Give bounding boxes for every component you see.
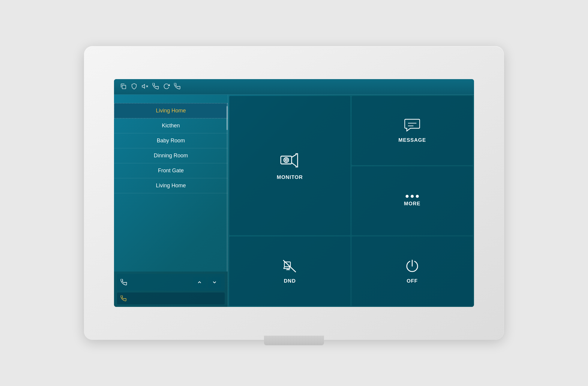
svg-marker-1 bbox=[142, 85, 145, 88]
refresh-icon bbox=[163, 83, 170, 91]
dnd-icon bbox=[282, 258, 298, 275]
message-tile[interactable]: MESSAGE bbox=[352, 96, 473, 165]
device-frame: Living Home Kicthen Baby Room Dinning Ro… bbox=[84, 46, 504, 340]
scroll-thumb bbox=[226, 106, 228, 130]
monitor-icon bbox=[279, 151, 300, 171]
call-item-dinning-room[interactable]: Dinning Room bbox=[114, 148, 228, 163]
call-item-baby-room[interactable]: Baby Room bbox=[114, 133, 228, 148]
power-icon bbox=[404, 258, 420, 275]
dnd-tile[interactable]: DND bbox=[229, 236, 350, 306]
status-icons bbox=[120, 83, 181, 91]
main-content: Living Home Kicthen Baby Room Dinning Ro… bbox=[114, 95, 474, 307]
action-tiles: MONITOR MESSAGE MORE DND bbox=[228, 95, 474, 307]
missed-call-icon bbox=[121, 295, 127, 301]
all-call-button[interactable] bbox=[121, 279, 191, 286]
chevron-down-icon bbox=[212, 280, 217, 285]
message-icon bbox=[404, 117, 420, 134]
svg-point-5 bbox=[284, 158, 289, 162]
dnd-label: DND bbox=[284, 278, 296, 284]
more-label: MORE bbox=[404, 201, 421, 207]
nav-down-button[interactable] bbox=[208, 277, 221, 288]
call-list-header bbox=[114, 95, 228, 103]
call-icon bbox=[121, 279, 127, 286]
all-call-row bbox=[117, 274, 225, 291]
call-item-living-home-2[interactable]: Living Home bbox=[114, 178, 228, 193]
monitor-label: MONITOR bbox=[277, 174, 303, 180]
call-item-living-home[interactable]: Living Home bbox=[114, 103, 228, 118]
bottom-controls bbox=[114, 272, 228, 307]
more-tile[interactable]: MORE bbox=[352, 166, 473, 236]
chevron-up-icon bbox=[197, 280, 202, 285]
scroll-bar[interactable] bbox=[226, 103, 228, 272]
svg-line-7 bbox=[292, 154, 296, 157]
monitor-tile[interactable]: MONITOR bbox=[229, 96, 350, 235]
svg-rect-0 bbox=[122, 85, 126, 89]
call-item-kitchen[interactable]: Kicthen bbox=[114, 118, 228, 133]
phone-icon bbox=[174, 83, 181, 91]
call-list: Living Home Kicthen Baby Room Dinning Ro… bbox=[114, 103, 228, 272]
svg-line-8 bbox=[292, 163, 296, 166]
copy-icon bbox=[120, 83, 127, 91]
nav-up-button[interactable] bbox=[193, 277, 206, 288]
message-label: MESSAGE bbox=[398, 137, 426, 143]
missed-call-row bbox=[117, 292, 225, 304]
device-stand bbox=[264, 336, 324, 345]
status-bar bbox=[114, 79, 474, 95]
svg-point-6 bbox=[285, 159, 287, 161]
shield-icon bbox=[131, 83, 137, 91]
more-icon bbox=[406, 195, 419, 198]
off-label: OFF bbox=[407, 278, 418, 284]
call-list-panel: Living Home Kicthen Baby Room Dinning Ro… bbox=[114, 95, 228, 307]
volume-icon bbox=[142, 83, 148, 91]
phone-incoming-icon bbox=[152, 83, 159, 91]
screen: Living Home Kicthen Baby Room Dinning Ro… bbox=[114, 79, 474, 307]
call-item-front-gate[interactable]: Front Gate bbox=[114, 163, 228, 178]
off-tile[interactable]: OFF bbox=[352, 236, 473, 306]
